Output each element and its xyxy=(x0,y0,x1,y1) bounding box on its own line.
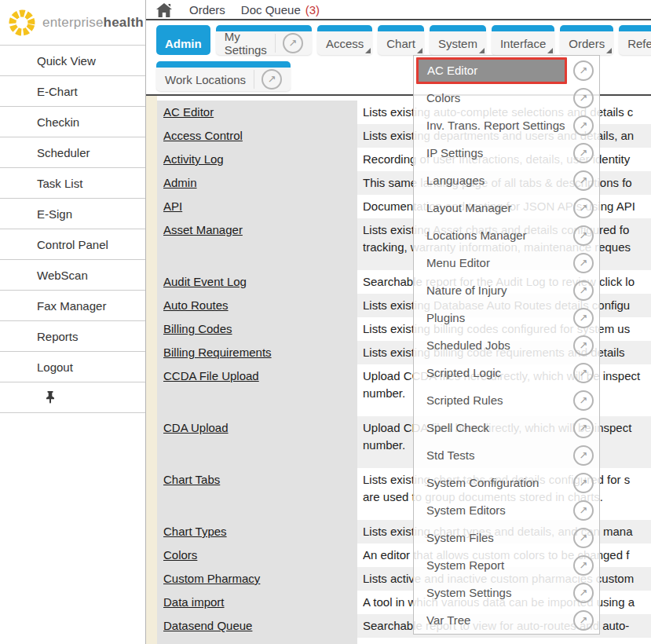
sidebar-pin-button[interactable] xyxy=(0,382,145,413)
menu-item-label[interactable]: System Report xyxy=(416,558,570,572)
sidebar-item[interactable]: E-Sign xyxy=(0,199,145,229)
admin-link[interactable]: Admin xyxy=(163,176,197,189)
open-in-new-icon[interactable]: ↗ xyxy=(573,280,594,301)
menu-item-label[interactable]: Layout Manager xyxy=(416,201,570,214)
tab[interactable]: Admin xyxy=(156,25,210,55)
tab[interactable]: My Settings ↗ xyxy=(216,25,312,55)
open-in-new-icon[interactable]: ↗ xyxy=(573,418,594,438)
menu-item[interactable]: Colors ↗ xyxy=(414,84,599,112)
menu-item-label[interactable]: System Files xyxy=(416,531,570,544)
admin-link[interactable]: Custom Pharmacy xyxy=(163,572,260,585)
open-in-new-icon[interactable]: ↗ xyxy=(261,69,282,90)
menu-item-label[interactable]: AC Editor xyxy=(416,57,567,84)
menu-item-label[interactable]: Std Tests xyxy=(416,448,570,462)
tab[interactable]: Reference xyxy=(619,25,651,55)
tab[interactable]: Orders xyxy=(560,25,613,55)
open-in-new-icon[interactable]: ↗ xyxy=(573,528,594,548)
menu-item[interactable]: System Editors ↗ xyxy=(414,496,599,524)
menu-item[interactable]: AC Editor ↗ xyxy=(414,57,599,84)
menu-item[interactable]: Scripted Logic ↗ xyxy=(414,359,599,386)
admin-link[interactable]: Activity Log xyxy=(163,152,224,166)
menu-item-label[interactable]: Spell Check xyxy=(416,421,570,434)
open-in-new-icon[interactable]: ↗ xyxy=(573,143,594,163)
open-in-new-icon[interactable]: ↗ xyxy=(573,445,594,466)
admin-link[interactable]: Datasend Queue xyxy=(163,619,252,632)
menu-item[interactable]: Menu Editor ↗ xyxy=(414,249,599,276)
breadcrumb-doc-queue[interactable]: Doc Queue xyxy=(241,3,301,16)
menu-item-label[interactable]: Colors xyxy=(416,91,570,104)
menu-item-label[interactable]: Scripted Rules xyxy=(416,393,570,407)
open-in-new-icon[interactable]: ↗ xyxy=(573,390,594,411)
menu-item-label[interactable]: Scheduled Jobs xyxy=(416,338,570,352)
menu-item-label[interactable]: IP Settings xyxy=(416,146,570,159)
admin-link[interactable]: CDA Upload xyxy=(163,421,229,434)
admin-link[interactable]: Billing Requirements xyxy=(163,346,272,359)
open-in-new-icon[interactable]: ↗ xyxy=(573,555,594,576)
admin-link[interactable]: Chart Types xyxy=(163,525,227,538)
open-in-new-icon[interactable]: ↗ xyxy=(573,115,594,136)
menu-item[interactable]: Plugins ↗ xyxy=(414,304,599,331)
open-in-new-icon[interactable]: ↗ xyxy=(573,198,594,218)
menu-item[interactable]: Languages ↗ xyxy=(414,166,599,194)
open-in-new-icon[interactable]: ↗ xyxy=(573,170,594,191)
menu-item[interactable]: System Files ↗ xyxy=(414,524,599,551)
sidebar-item[interactable]: Fax Manager xyxy=(0,291,145,321)
sidebar-item[interactable]: WebScan xyxy=(0,260,145,291)
tab[interactable]: Interface xyxy=(492,25,554,55)
admin-link[interactable]: API xyxy=(163,199,182,213)
menu-item-label[interactable]: System Configuration xyxy=(416,476,570,489)
home-icon[interactable] xyxy=(156,3,172,17)
menu-item[interactable]: Var Tree ↗ xyxy=(414,606,599,634)
admin-link[interactable]: AC Editor xyxy=(163,105,214,119)
sidebar-item[interactable]: Control Panel xyxy=(0,229,145,260)
menu-item-label[interactable]: Nature of Injury xyxy=(416,284,570,297)
open-in-new-icon[interactable]: ↗ xyxy=(573,473,594,493)
menu-item-label[interactable]: Scripted Logic xyxy=(416,366,570,379)
open-in-new-icon[interactable]: ↗ xyxy=(573,60,594,81)
open-in-new-icon[interactable]: ↗ xyxy=(283,33,303,53)
menu-item-label[interactable]: System Settings xyxy=(416,586,570,599)
tab[interactable]: Access xyxy=(317,25,372,55)
admin-link[interactable]: Colors xyxy=(163,548,197,562)
sidebar-item[interactable]: Logout xyxy=(0,352,145,382)
tab[interactable]: Chart xyxy=(378,25,424,55)
admin-link[interactable]: Auto Routes xyxy=(163,298,229,312)
open-in-new-icon[interactable]: ↗ xyxy=(573,308,594,328)
open-in-new-icon[interactable]: ↗ xyxy=(573,225,594,246)
open-in-new-icon[interactable]: ↗ xyxy=(573,583,594,603)
menu-item-label[interactable]: Menu Editor xyxy=(416,256,570,269)
menu-item-label[interactable]: Plugins xyxy=(416,311,570,324)
admin-link[interactable]: Chart Tabs xyxy=(163,473,220,486)
menu-item-label[interactable]: Inv. Trans. Report Settings xyxy=(416,119,570,132)
sidebar-item[interactable]: Task List xyxy=(0,168,145,199)
admin-link[interactable]: Data import xyxy=(163,595,225,609)
menu-item[interactable]: IP Settings ↗ xyxy=(414,139,599,166)
menu-item-label[interactable]: Var Tree xyxy=(416,613,570,627)
open-in-new-icon[interactable]: ↗ xyxy=(573,610,594,631)
menu-item[interactable]: System Settings ↗ xyxy=(414,579,599,606)
open-in-new-icon[interactable]: ↗ xyxy=(573,363,594,383)
admin-link[interactable]: Audit Event Log xyxy=(163,275,247,288)
menu-item[interactable]: System Report ↗ xyxy=(414,551,599,579)
open-in-new-icon[interactable]: ↗ xyxy=(573,253,594,273)
sidebar-item[interactable]: Scheduler xyxy=(0,137,145,168)
menu-item[interactable]: Spell Check ↗ xyxy=(414,414,599,441)
menu-item-label[interactable]: Languages xyxy=(416,174,570,187)
menu-item-label[interactable]: Locations Manager xyxy=(416,229,570,242)
admin-link[interactable]: Access Control xyxy=(163,129,243,142)
sidebar-item[interactable]: E-Chart xyxy=(0,76,145,107)
menu-item-label[interactable]: System Editors xyxy=(416,503,570,517)
open-in-new-icon[interactable]: ↗ xyxy=(573,500,594,521)
menu-item[interactable]: Scheduled Jobs ↗ xyxy=(414,331,599,359)
sidebar-item[interactable]: Quick View xyxy=(0,46,145,76)
menu-item[interactable]: Scripted Rules ↗ xyxy=(414,386,599,414)
open-in-new-icon[interactable]: ↗ xyxy=(573,88,594,108)
admin-link[interactable]: CCDA File Upload xyxy=(163,369,259,382)
sidebar-item[interactable]: Checkin xyxy=(0,107,145,137)
sidebar-item[interactable]: Reports xyxy=(0,321,145,352)
breadcrumb-orders[interactable]: Orders xyxy=(189,3,225,16)
menu-item[interactable]: Locations Manager ↗ xyxy=(414,221,599,249)
tab[interactable]: Work Locations ↗ xyxy=(156,61,291,91)
menu-item[interactable]: Layout Manager ↗ xyxy=(414,194,599,221)
menu-item[interactable]: Std Tests ↗ xyxy=(414,441,599,469)
